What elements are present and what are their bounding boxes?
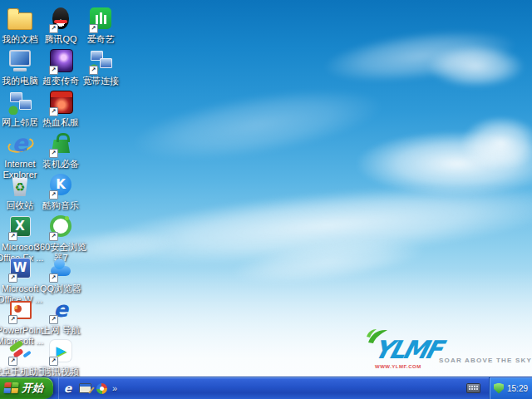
icon-label: 宽带连接 xyxy=(72,76,129,86)
web-navigation-icon: e xyxy=(47,296,74,323)
start-button-label: 开始 xyxy=(22,381,43,396)
system-tray: 15:29 xyxy=(489,377,532,399)
qq-browser-icon xyxy=(47,254,74,281)
icon-label: QQ浏览器 xyxy=(32,283,89,294)
desktop-icon-iqiyi[interactable]: 爱奇艺 xyxy=(72,5,129,45)
quick-launch-overflow-chevron[interactable]: » xyxy=(112,383,117,393)
tencent-qq-icon xyxy=(47,5,74,32)
icon-label: 酷狗音乐 xyxy=(32,200,89,211)
ylmf-url-text: WWW.YLMF.COM xyxy=(375,364,421,369)
cloud xyxy=(231,231,426,292)
tray-safety-shield-icon[interactable] xyxy=(494,383,504,394)
icon-label: 爱奇艺 xyxy=(72,34,129,45)
start-button[interactable]: 开始 xyxy=(0,377,53,399)
my-documents-icon xyxy=(7,5,33,32)
ylmf-leaf-icon xyxy=(366,328,389,344)
quick-launch-bar: e » xyxy=(58,377,121,399)
cloud xyxy=(428,46,524,87)
quick-launch-ie-icon[interactable]: e xyxy=(62,382,74,395)
360-browser-icon xyxy=(47,213,74,239)
desktop-icon-web-navigation[interactable]: e 上网 导航 xyxy=(32,296,89,336)
network-places-icon xyxy=(7,88,33,115)
chuanqi-game-icon xyxy=(47,47,74,73)
cloud xyxy=(357,131,532,196)
rexue-sifu-icon xyxy=(47,88,74,115)
cloud xyxy=(461,116,532,170)
taskbar: 开始 e » 15:29 xyxy=(0,377,532,399)
icon-label: 装机必备 xyxy=(32,159,89,170)
windows-logo-icon xyxy=(3,382,18,394)
recycle-bin-icon: ♻ xyxy=(7,171,33,198)
icon-label: 上网 导航 xyxy=(32,325,89,336)
desktop-icon-zhuangji-bibei[interactable]: 装机必备 xyxy=(32,130,89,170)
desktop[interactable]: 我的文档 腾讯QQ 爱奇艺 我的电脑 超变传奇 宽带连接 网上邻居 热血私服 e… xyxy=(0,0,532,399)
desktop-icon-rexue-sifu[interactable]: 热血私服 xyxy=(32,88,89,128)
language-bar-keyboard-icon[interactable] xyxy=(466,383,480,393)
broadband-connection-icon xyxy=(87,47,114,73)
icon-label: 热血私服 xyxy=(32,117,89,128)
desktop-icon-broadband-connection[interactable]: 宽带连接 xyxy=(72,47,129,86)
excel-icon: X xyxy=(7,213,33,239)
word-icon: W xyxy=(7,254,33,281)
tencent-video-icon: ▶ xyxy=(47,337,74,364)
ylmf-tagline: SOAR ABOVE THE SKY xyxy=(439,357,532,364)
cloud xyxy=(130,76,385,173)
kugou-music-icon: K xyxy=(47,171,74,198)
ylmf-logo: YLMF WWW.YLMF.COM SOAR ABOVE THE SKY xyxy=(367,332,530,374)
powerpoint-icon xyxy=(7,296,33,323)
iqiyi-icon xyxy=(87,5,114,32)
tray-clock[interactable]: 15:29 xyxy=(507,384,528,393)
my-computer-icon xyxy=(7,47,33,73)
cloud xyxy=(323,22,518,91)
desktop-icon-tencent-video[interactable]: ▶ 腾讯视频 xyxy=(32,337,89,377)
desktop-icon-qq-browser[interactable]: QQ浏览器 xyxy=(32,254,89,294)
internet-explorer-icon: e xyxy=(7,130,33,156)
zhuangji-bibei-icon xyxy=(47,130,74,156)
desktop-icon-kugou-music[interactable]: K 酷狗音乐 xyxy=(32,171,89,211)
quick-launch-media-icon[interactable] xyxy=(96,383,107,394)
show-desktop-icon[interactable] xyxy=(79,383,91,393)
cloud xyxy=(90,172,532,278)
android-helper-icon xyxy=(7,337,33,364)
